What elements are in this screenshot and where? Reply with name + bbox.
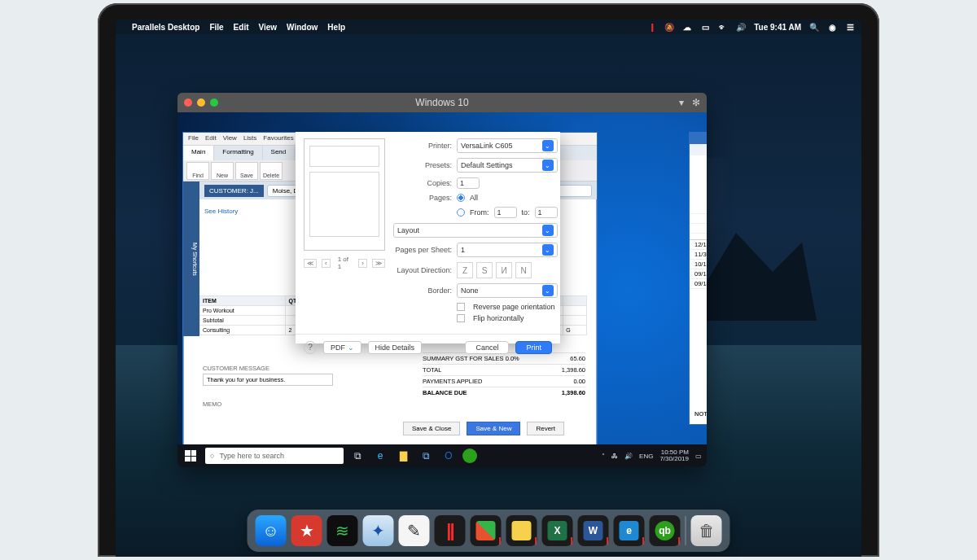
- dock-trash-icon[interactable]: 🗑: [691, 515, 722, 546]
- qb-menu-edit[interactable]: Edit: [205, 134, 217, 143]
- app-name[interactable]: Parallels Desktop: [132, 23, 199, 32]
- layout-dir-1[interactable]: Z: [457, 262, 473, 278]
- from-input[interactable]: 1: [494, 207, 517, 218]
- next-page-icon[interactable]: ›: [358, 259, 367, 268]
- qb-menu-file[interactable]: File: [188, 134, 199, 143]
- wifi-icon[interactable]: ᯤ: [718, 22, 728, 32]
- cloud-icon[interactable]: ☁: [682, 22, 692, 32]
- qb-tab-main[interactable]: Main: [183, 146, 214, 160]
- menu-edit[interactable]: Edit: [234, 23, 249, 32]
- vm-titlebar[interactable]: Windows 10 ▾ ✻: [177, 93, 707, 112]
- store-icon[interactable]: ⧉: [417, 448, 435, 464]
- save-new-button[interactable]: Save & New: [467, 422, 520, 435]
- spotlight-icon[interactable]: 🔍: [809, 22, 819, 32]
- dock-parallels-icon[interactable]: ||: [435, 515, 466, 546]
- dock-word-icon[interactable]: W||: [578, 515, 609, 546]
- tool-new[interactable]: New: [211, 162, 234, 180]
- menu-view[interactable]: View: [259, 23, 278, 32]
- dock-activity-icon[interactable]: ≋: [327, 515, 358, 546]
- volume-icon[interactable]: 🔊: [736, 22, 746, 32]
- border-select[interactable]: None⌄: [457, 283, 558, 298]
- menu-window[interactable]: Window: [287, 23, 318, 32]
- notification-center-icon[interactable]: ☰: [845, 22, 855, 32]
- dock-excel-icon[interactable]: X||: [542, 515, 573, 546]
- to-input[interactable]: 1: [535, 207, 558, 218]
- pages-range-radio[interactable]: [457, 208, 465, 217]
- task-view-icon[interactable]: ⧉: [348, 448, 366, 464]
- flip-checkbox[interactable]: [457, 314, 465, 322]
- dock-textedit-icon[interactable]: ✎: [399, 515, 430, 546]
- pages-all-radio[interactable]: [457, 194, 465, 202]
- presets-select[interactable]: Default Settings⌄: [457, 158, 558, 173]
- quickbooks-icon[interactable]: [462, 448, 477, 463]
- pps-select[interactable]: 1⌄: [457, 243, 558, 257]
- dock-safari-icon[interactable]: ✦: [363, 515, 394, 546]
- col-g: [563, 296, 587, 306]
- siri-icon[interactable]: ◉: [827, 22, 837, 32]
- qb-menu-fav[interactable]: Favourites: [263, 134, 293, 143]
- pdf-menu[interactable]: PDF ⌄: [323, 341, 361, 354]
- see-history-link[interactable]: See History: [204, 208, 238, 215]
- reverse-checkbox[interactable]: [457, 303, 465, 311]
- qb-menu-view[interactable]: View: [223, 134, 237, 143]
- txn-row[interactable]: 09/18/08Invoice78.75: [690, 269, 707, 279]
- menu-file[interactable]: File: [209, 23, 223, 32]
- txn-row[interactable]: 09/18/08Invoice78.75: [690, 279, 707, 289]
- dock-edge-icon[interactable]: e||: [614, 515, 645, 546]
- first-page-icon[interactable]: ≪: [304, 259, 317, 268]
- menu-help[interactable]: Help: [327, 23, 345, 32]
- parallels-status-icon[interactable]: ||: [646, 22, 656, 32]
- menubar-clock[interactable]: Tue 9:41 AM: [754, 23, 801, 32]
- last-page-icon[interactable]: ≫: [372, 259, 385, 268]
- network-icon[interactable]: 🖧: [611, 453, 618, 460]
- memo-label: MEMO: [203, 400, 333, 408]
- txn-row[interactable]: 10/15/08Payment78.75: [690, 260, 707, 269]
- dock-file-explorer-icon[interactable]: ||: [506, 515, 537, 546]
- vm-menu-icon[interactable]: ▾: [679, 97, 684, 108]
- qb-tab-formatting[interactable]: Formatting: [214, 146, 262, 160]
- layout-dir-4[interactable]: N: [515, 262, 532, 278]
- sound-icon[interactable]: 🔊: [624, 453, 633, 460]
- search-placeholder: Type here to search: [219, 452, 284, 460]
- do-not-disturb-icon[interactable]: 🔕: [664, 22, 674, 32]
- revert-button[interactable]: Revert: [527, 422, 564, 435]
- outlook-icon[interactable]: O: [440, 448, 458, 464]
- hide-details-button[interactable]: Hide Details: [368, 341, 423, 354]
- taskbar-search[interactable]: ○ Type here to search: [205, 448, 344, 464]
- from-label: From:: [470, 208, 489, 217]
- qb-tab-send[interactable]: Send: [263, 146, 296, 160]
- dock-quickbooks-icon[interactable]: qb||: [650, 515, 681, 546]
- tool-delete[interactable]: Delete: [260, 162, 283, 180]
- msg-field[interactable]: Thank you for your business.: [203, 374, 333, 386]
- cancel-button[interactable]: Cancel: [465, 341, 509, 354]
- vm-settings-icon[interactable]: ✻: [692, 97, 700, 108]
- tool-find[interactable]: Find: [186, 162, 209, 180]
- section-select[interactable]: Layout⌄: [393, 223, 558, 238]
- qb-shortcuts-sidebar[interactable]: My Shortcuts: [183, 182, 199, 336]
- copies-label: Copies:: [393, 179, 452, 187]
- edge-icon[interactable]: e: [371, 448, 389, 464]
- tool-save[interactable]: Save: [235, 162, 258, 180]
- dock-finder-icon[interactable]: ☺: [256, 515, 287, 546]
- help-icon[interactable]: ?: [304, 341, 317, 354]
- prev-page-icon[interactable]: ‹: [322, 259, 331, 268]
- lang-indicator[interactable]: ENG: [639, 453, 653, 460]
- txn-row[interactable]: 12/15/08Invoice1,398.60: [690, 240, 707, 250]
- dock-windows-icon[interactable]: ||: [471, 515, 502, 546]
- airplay-icon[interactable]: ▭: [700, 22, 710, 32]
- qb-menu-lists[interactable]: Lists: [243, 134, 256, 143]
- taskbar-clock[interactable]: 10:50 PM 7/30/2019: [659, 449, 689, 462]
- copies-input[interactable]: 1: [457, 177, 480, 189]
- layout-dir-3[interactable]: И: [496, 262, 512, 278]
- txn-row[interactable]: 11/30/08Payment78.75: [690, 250, 707, 260]
- start-button[interactable]: [181, 448, 200, 464]
- file-explorer-icon[interactable]: ▇: [394, 448, 412, 464]
- tray-up-icon[interactable]: ˄: [602, 453, 605, 460]
- print-button[interactable]: Print: [515, 341, 552, 354]
- action-center-icon[interactable]: ▭: [695, 453, 702, 460]
- save-close-button[interactable]: Save & Close: [403, 422, 460, 435]
- customer-label: CUSTOMER: J...: [204, 185, 264, 197]
- dock-wunderlist-icon[interactable]: ★: [291, 515, 322, 546]
- printer-select[interactable]: VersaLink C605⌄: [457, 138, 558, 153]
- layout-dir-2[interactable]: S: [476, 262, 493, 278]
